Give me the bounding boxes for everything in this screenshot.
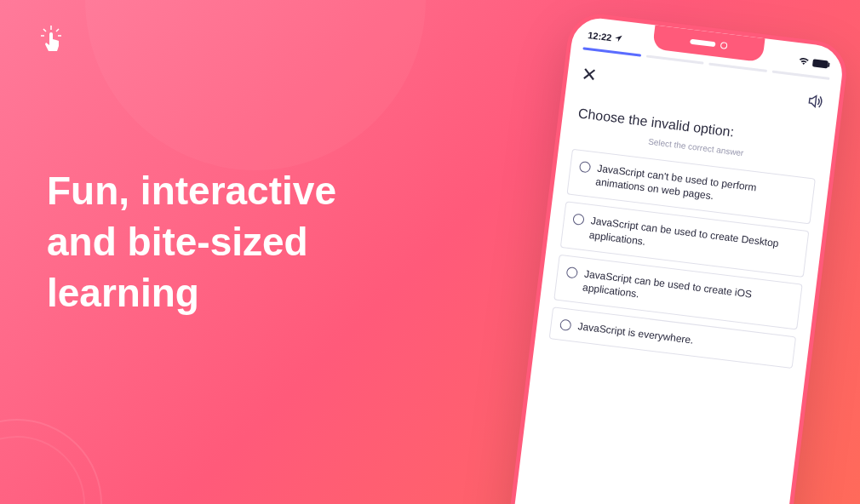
phone-frame: 12:22 ✕ Choose the inval <box>504 10 851 504</box>
svg-line-1 <box>43 29 46 32</box>
radio-icon <box>559 319 571 331</box>
option-label: JavaScript can be used to create Desktop… <box>588 214 799 266</box>
wifi-icon <box>798 56 810 66</box>
svg-line-2 <box>56 29 59 32</box>
radio-icon <box>572 214 584 226</box>
option-label: JavaScript is everywhere. <box>577 319 695 347</box>
phone-screen: 12:22 ✕ Choose the inval <box>522 28 832 504</box>
radio-icon <box>566 266 578 278</box>
tap-icon <box>34 24 68 58</box>
option-label: JavaScript can't be used to perform anim… <box>595 161 806 214</box>
options-list: JavaScript can't be used to perform anim… <box>548 148 817 369</box>
close-icon[interactable]: ✕ <box>580 65 598 85</box>
speaker-icon[interactable] <box>805 91 826 115</box>
headline: Fun, interactive and bite-sized learning <box>47 166 336 318</box>
radio-icon <box>579 161 591 173</box>
location-icon <box>614 34 623 43</box>
bg-shape <box>85 0 426 170</box>
battery-icon <box>812 59 828 68</box>
status-time: 12:22 <box>588 30 612 43</box>
option-label: JavaScript can be used to create iOS app… <box>582 266 792 319</box>
